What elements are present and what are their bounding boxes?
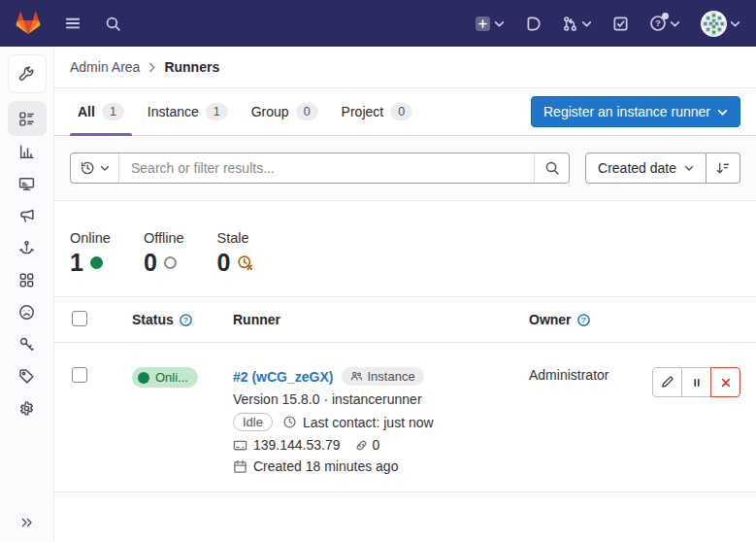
issues-icon[interactable] xyxy=(525,16,542,32)
plus-square-icon xyxy=(475,16,491,32)
stat-online: Online 1 xyxy=(70,230,111,275)
stale-clock-icon xyxy=(237,254,253,271)
sidebar-item-admin-area[interactable] xyxy=(8,54,47,93)
sidebar-item-settings[interactable] xyxy=(8,392,47,424)
user-menu-button[interactable] xyxy=(701,11,740,37)
calendar-icon xyxy=(233,459,247,474)
sidebar-item-applications[interactable] xyxy=(8,264,47,296)
breadcrumb-runners: Runners xyxy=(164,59,219,75)
delete-runner-button[interactable] xyxy=(710,367,740,397)
tab-instance-count: 1 xyxy=(206,103,228,120)
sidebar-item-deploy-keys[interactable] xyxy=(8,328,47,360)
sidebar-item-labels[interactable] xyxy=(8,360,47,392)
label-tag-icon xyxy=(18,368,35,385)
select-all-checkbox[interactable] xyxy=(72,311,87,326)
gear-icon xyxy=(18,400,35,417)
top-navbar: ? xyxy=(0,0,756,47)
owner-help-icon[interactable]: ? xyxy=(576,313,591,327)
runner-idle-badge: Idle xyxy=(233,413,273,431)
runner-status-stats: Online 1 Offline 0 Stale 0 xyxy=(54,201,756,275)
hamburger-menu-icon[interactable] xyxy=(64,15,82,32)
tab-project-count: 0 xyxy=(390,103,412,120)
new-item-menu-button[interactable] xyxy=(475,16,505,32)
pause-runner-button[interactable] xyxy=(681,367,711,397)
search-submit-button[interactable] xyxy=(534,153,569,183)
history-clock-icon xyxy=(80,160,95,176)
main-content: Admin Area Runners All 1 Instance 1 Grou… xyxy=(54,47,756,542)
runner-jobs-count[interactable]: 0 xyxy=(373,437,380,453)
svg-text:?: ? xyxy=(655,17,661,28)
expand-sidebar-button[interactable] xyxy=(0,515,54,530)
breadcrumb-admin-area[interactable]: Admin Area xyxy=(70,59,140,75)
stat-offline: Offline 0 xyxy=(144,230,184,275)
runner-row: Onli... #2 (wCG_zeGX) Instance Version 1 xyxy=(54,343,756,492)
chevron-right-icon xyxy=(148,62,156,73)
filter-bar: Created date xyxy=(54,136,756,201)
chevron-down-icon xyxy=(100,164,110,172)
merge-requests-button[interactable] xyxy=(562,16,592,32)
runner-name-link[interactable]: #2 (wCG_zeGX) xyxy=(233,369,333,385)
chevron-down-icon xyxy=(581,19,592,28)
people-icon xyxy=(350,370,363,383)
runner-actions xyxy=(643,367,740,397)
register-instance-runner-button[interactable]: Register an instance runner xyxy=(531,96,740,127)
search-history-dropdown[interactable] xyxy=(71,153,119,183)
runners-table: Status ? Runner Owner ? xyxy=(54,296,756,492)
sidebar-item-messages[interactable] xyxy=(8,200,47,232)
sidebar-item-monitoring[interactable] xyxy=(8,168,47,200)
sidebar-item-overview[interactable] xyxy=(8,101,47,136)
sort-by-dropdown[interactable]: Created date xyxy=(585,152,707,184)
online-status-icon xyxy=(90,256,103,269)
avatar xyxy=(701,11,727,37)
offline-count: 0 xyxy=(144,251,157,275)
todos-icon[interactable] xyxy=(612,16,629,32)
runner-type-tabs: All 1 Instance 1 Group 0 Project 0 Regis… xyxy=(54,88,756,136)
runner-ip-address: 139.144.53.79 xyxy=(253,437,341,453)
svg-text:?: ? xyxy=(581,316,586,324)
chevron-down-icon xyxy=(494,19,505,28)
edit-runner-button[interactable] xyxy=(652,367,682,397)
wrench-icon xyxy=(18,66,35,83)
sidebar-item-analytics[interactable] xyxy=(8,136,47,168)
breadcrumb: Admin Area Runners xyxy=(54,47,756,88)
offline-status-icon xyxy=(164,256,177,269)
stat-stale: Stale 0 xyxy=(217,230,254,275)
row-select-checkbox[interactable] xyxy=(72,367,87,383)
online-count: 1 xyxy=(70,251,83,275)
chevron-down-icon xyxy=(730,19,740,28)
runner-owner-link[interactable]: Administrator xyxy=(529,367,608,383)
question-circle-icon: ? xyxy=(649,15,667,32)
megaphone-icon xyxy=(18,208,35,224)
overview-icon xyxy=(18,111,35,127)
status-help-icon[interactable]: ? xyxy=(179,313,193,327)
applications-grid-icon xyxy=(18,272,35,288)
sidebar-item-system-hooks[interactable] xyxy=(8,232,47,264)
pause-icon xyxy=(690,376,704,390)
tab-group[interactable]: Group 0 xyxy=(244,88,326,135)
close-x-icon xyxy=(719,376,733,390)
stale-count: 0 xyxy=(217,251,231,275)
table-header: Status ? Runner Owner ? xyxy=(54,296,756,343)
host-icon xyxy=(233,438,247,453)
online-dot-icon xyxy=(138,372,149,384)
search-icon[interactable] xyxy=(105,16,121,32)
gitlab-logo-icon[interactable] xyxy=(16,12,41,36)
tab-project[interactable]: Project 0 xyxy=(334,88,421,135)
runner-last-contact: Last contact: just now xyxy=(303,415,434,430)
merge-request-icon xyxy=(562,16,578,32)
sidebar-item-abuse-reports[interactable] xyxy=(8,296,47,328)
pencil-icon xyxy=(660,375,674,390)
tab-group-count: 0 xyxy=(296,103,318,120)
tab-all[interactable]: All 1 xyxy=(70,88,132,135)
tab-instance[interactable]: Instance 1 xyxy=(140,88,236,135)
key-icon xyxy=(18,336,35,353)
monitor-icon xyxy=(18,176,35,192)
sort-direction-descending-icon[interactable] xyxy=(707,152,740,184)
clock-icon xyxy=(282,415,297,429)
search-input[interactable] xyxy=(119,153,534,183)
chevron-down-icon xyxy=(717,108,728,117)
link-icon xyxy=(354,438,369,453)
help-menu-button[interactable]: ? xyxy=(649,15,680,32)
sort-controls: Created date xyxy=(585,152,740,184)
admin-sidebar xyxy=(0,47,54,542)
